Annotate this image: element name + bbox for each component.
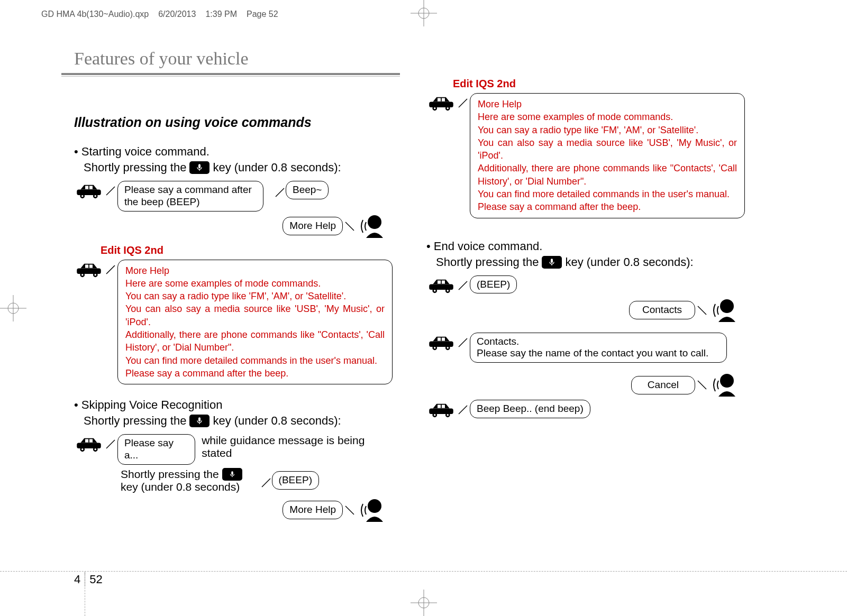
say-a-bubble: Please say a... bbox=[117, 434, 195, 465]
svg-rect-18 bbox=[85, 264, 88, 268]
help-l6: You can find more detailed commands in t… bbox=[478, 188, 737, 200]
help-text-bubble: More Help Here are some examples of mode… bbox=[117, 260, 393, 385]
svg-rect-9 bbox=[77, 190, 101, 196]
svg-point-21 bbox=[81, 274, 84, 276]
svg-rect-57 bbox=[442, 405, 445, 408]
chapter-title: Features of your vehicle bbox=[74, 49, 806, 69]
help-l5: Additionally, there are phone commands l… bbox=[478, 162, 737, 188]
person-speaking-icon bbox=[357, 215, 386, 238]
skip-voice-bullet: • Skipping Voice Recognition bbox=[74, 398, 393, 412]
print-header: GD HMA 4b(130~Audio).qxp 6/20/2013 1:39 … bbox=[41, 10, 278, 19]
lead-line-icon bbox=[275, 188, 285, 197]
svg-point-43 bbox=[434, 290, 436, 292]
car-icon bbox=[426, 94, 456, 113]
more-help-bubble: More Help bbox=[283, 501, 343, 519]
lead-line-icon bbox=[697, 306, 707, 315]
svg-point-31 bbox=[368, 499, 381, 513]
start-voice-bullet: • Starting voice command. bbox=[74, 145, 393, 159]
svg-rect-24 bbox=[77, 443, 101, 449]
person-speaking-icon bbox=[357, 499, 386, 522]
end-beep-final-row: Beep Beep.. (end beep) bbox=[426, 400, 745, 420]
page-footer: 4 52 bbox=[74, 573, 103, 586]
contacts-bubble: Contacts bbox=[629, 301, 695, 319]
car-icon bbox=[426, 277, 456, 296]
person-speaking-icon bbox=[709, 373, 739, 397]
press-prefix: Shortly pressing the bbox=[84, 161, 186, 174]
title-rule bbox=[61, 73, 400, 77]
help-l2: Here are some examples of mode commands. bbox=[125, 277, 385, 290]
short-press-suffix: key (under 0.8 seconds) bbox=[121, 481, 245, 493]
help-box-row: More Help Here are some examples of mode… bbox=[74, 260, 393, 385]
car-icon bbox=[74, 435, 104, 454]
help-l6: You can find more detailed commands in t… bbox=[125, 354, 385, 367]
contacts-row: Contacts bbox=[426, 299, 739, 322]
edit-iqs-label-right: Edit IQS 2nd bbox=[453, 78, 745, 90]
beep-bubble: (BEEP) bbox=[272, 471, 319, 490]
skip-voice-line: Shortly pressing the key (under 0.8 seco… bbox=[84, 414, 393, 428]
lead-line-icon bbox=[106, 439, 115, 449]
contacts-prompt-bubble: Contacts. Please say the name of the con… bbox=[470, 333, 727, 363]
svg-point-61 bbox=[447, 414, 449, 416]
guidance-note: while guidance message is being stated bbox=[202, 434, 393, 459]
voice-key-icon bbox=[222, 468, 242, 481]
car-icon bbox=[426, 334, 456, 353]
left-column: Illustration on using voice commands • S… bbox=[59, 102, 393, 525]
lead-line-icon bbox=[458, 338, 468, 347]
edit-iqs-label: Edit IQS 2nd bbox=[101, 244, 393, 256]
voice-key-icon bbox=[542, 256, 562, 269]
help-l2: Here are some examples of mode commands. bbox=[478, 111, 737, 123]
voice-key-icon bbox=[189, 415, 210, 427]
help-l7: Please say a command after the beep. bbox=[125, 367, 385, 380]
contacts-prompt-l1: Contacts. bbox=[477, 336, 720, 348]
svg-point-16 bbox=[368, 215, 381, 229]
help-box-row-right: More Help Here are some examples of mode… bbox=[426, 93, 745, 218]
beep-bubble: (BEEP) bbox=[470, 275, 517, 294]
help-l1: More Help bbox=[478, 98, 737, 111]
more-help-bubble: More Help bbox=[283, 217, 343, 235]
print-date: 6/20/2013 bbox=[158, 10, 196, 19]
svg-rect-41 bbox=[442, 280, 445, 283]
svg-point-46 bbox=[720, 299, 734, 313]
svg-point-45 bbox=[447, 290, 449, 292]
svg-rect-55 bbox=[429, 409, 453, 415]
svg-rect-26 bbox=[89, 439, 93, 443]
press-prefix: Shortly pressing the bbox=[84, 414, 186, 428]
print-time: 1:39 PM bbox=[205, 10, 237, 19]
svg-rect-39 bbox=[429, 284, 453, 290]
svg-point-51 bbox=[434, 347, 436, 349]
svg-rect-48 bbox=[438, 337, 441, 341]
help-l4: You can also say a media source like 'US… bbox=[125, 302, 385, 328]
svg-rect-17 bbox=[77, 268, 101, 274]
cancel-row: Cancel bbox=[426, 373, 739, 397]
svg-rect-25 bbox=[85, 439, 88, 443]
svg-point-13 bbox=[81, 195, 84, 197]
help-l3: You can say a radio type like 'FM', 'AM'… bbox=[125, 290, 385, 302]
lead-line-icon bbox=[261, 478, 271, 488]
voice-key-icon bbox=[189, 161, 210, 174]
lead-line-icon bbox=[458, 98, 468, 108]
lead-line-icon bbox=[106, 186, 115, 196]
contacts-prompt-row: Contacts. Please say the name of the con… bbox=[426, 333, 745, 363]
lead-line-icon bbox=[345, 222, 354, 231]
svg-point-38 bbox=[447, 107, 449, 109]
car-icon bbox=[426, 401, 456, 420]
svg-point-54 bbox=[720, 374, 734, 388]
start-voice-line: Shortly pressing the key (under 0.8 seco… bbox=[84, 161, 393, 174]
beep-bubble: Beep~ bbox=[286, 181, 329, 199]
press-suffix: key (under 0.8 seconds): bbox=[565, 255, 693, 269]
svg-rect-11 bbox=[89, 186, 93, 189]
svg-rect-10 bbox=[85, 186, 88, 189]
print-page-label: Page 52 bbox=[247, 10, 278, 19]
svg-point-28 bbox=[81, 448, 84, 450]
end-voice-line: Shortly pressing the key (under 0.8 seco… bbox=[436, 255, 745, 269]
more-help-row-2: More Help bbox=[74, 499, 386, 522]
svg-rect-56 bbox=[438, 405, 441, 408]
footer-chapter: 4 bbox=[74, 573, 80, 586]
svg-point-59 bbox=[434, 414, 436, 416]
lead-line-icon bbox=[458, 281, 468, 290]
end-beep-row: (BEEP) bbox=[426, 275, 745, 296]
section-title: Illustration on using voice commands bbox=[74, 115, 393, 130]
lead-line-icon bbox=[458, 405, 468, 415]
cancel-bubble: Cancel bbox=[631, 376, 695, 394]
svg-point-15 bbox=[95, 195, 97, 197]
